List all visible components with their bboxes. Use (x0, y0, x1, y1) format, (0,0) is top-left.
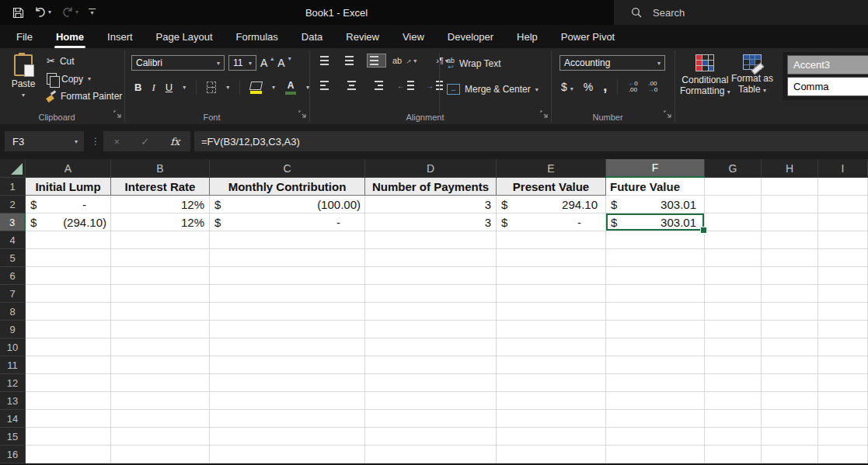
cell-F11[interactable] (606, 356, 705, 374)
cell-H3[interactable] (762, 213, 818, 231)
increase-indent-button[interactable]: → (426, 79, 448, 92)
cell-A1[interactable]: Initial Lump (26, 178, 111, 196)
cell-I12[interactable] (818, 374, 868, 392)
cell-G3[interactable] (705, 213, 762, 231)
col-header-C[interactable]: C (210, 159, 365, 178)
cell-I13[interactable] (818, 392, 868, 410)
cell-E12[interactable] (497, 374, 606, 392)
cell-I3[interactable] (818, 213, 868, 231)
cut-button[interactable]: ✂ Cut (47, 55, 122, 67)
align-right-button[interactable] (368, 79, 385, 92)
enter-button[interactable]: ✓ (141, 136, 149, 147)
cell-A16[interactable] (26, 446, 111, 463)
undo-button[interactable]: ▾ (34, 7, 51, 18)
cell-G13[interactable] (705, 392, 762, 410)
conditional-formatting-button[interactable]: ConditionalFormatting ▾ (680, 54, 730, 98)
orientation-button[interactable]: ab→▾ (392, 56, 417, 65)
tab-power-pivot[interactable]: Power Pivot (549, 25, 626, 48)
cell-D9[interactable] (365, 321, 497, 338)
cell-B3[interactable]: 12% (111, 213, 210, 231)
cell-C6[interactable] (210, 267, 365, 285)
cell-B16[interactable] (111, 446, 210, 463)
cell-C3[interactable]: $- (210, 213, 365, 231)
customize-qat-icon[interactable]: ▾ (89, 9, 96, 16)
cell-A14[interactable] (26, 410, 111, 428)
cell-C16[interactable] (210, 446, 365, 463)
font-dialog-launcher-icon[interactable] (298, 107, 306, 121)
row-header-12[interactable]: 12 (0, 374, 26, 392)
cell-F16[interactable] (606, 446, 705, 463)
cell-D4[interactable] (365, 231, 497, 249)
row-header-11[interactable]: 11 (0, 356, 26, 374)
cell-G2[interactable] (705, 196, 762, 213)
cell-A3[interactable]: $(294.10) (26, 213, 111, 231)
cell-C10[interactable] (210, 338, 365, 356)
format-as-table-button[interactable]: Format asTable ▾ (731, 54, 773, 96)
cell-D15[interactable] (365, 428, 497, 446)
cell-B7[interactable] (111, 285, 210, 303)
cell-F3[interactable]: $303.01 (606, 213, 705, 231)
cell-F12[interactable] (606, 374, 705, 392)
paste-dropdown-icon[interactable]: ▾ (22, 92, 25, 99)
tab-developer[interactable]: Developer (436, 25, 505, 48)
cell-C5[interactable] (210, 249, 365, 267)
cell-C13[interactable] (210, 392, 365, 410)
borders-icon[interactable] (207, 82, 216, 93)
font-color-dropdown-icon[interactable]: ▾ (306, 84, 309, 91)
cell-B12[interactable] (111, 374, 210, 392)
cell-H6[interactable] (762, 267, 818, 285)
borders-dropdown-icon[interactable]: ▾ (226, 84, 229, 91)
row-header-15[interactable]: 15 (0, 428, 26, 446)
cell-I8[interactable] (818, 303, 868, 321)
cell-G7[interactable] (705, 285, 762, 303)
cell-G5[interactable] (705, 249, 762, 267)
cell-G12[interactable] (705, 374, 762, 392)
redo-button[interactable]: ▾ (61, 7, 78, 18)
cell-E4[interactable] (497, 231, 606, 249)
cell-E16[interactable] (497, 446, 606, 463)
cell-G14[interactable] (705, 410, 762, 428)
cell-B9[interactable] (111, 321, 210, 338)
tab-view[interactable]: View (391, 25, 436, 48)
cell-F2[interactable]: $303.01 (606, 196, 705, 213)
row-header-4[interactable]: 4 (0, 231, 26, 249)
row-header-6[interactable]: 6 (0, 267, 26, 285)
cell-A2[interactable]: $- (26, 196, 111, 213)
undo-dropdown-icon[interactable]: ▾ (48, 9, 51, 16)
redo-dropdown-icon[interactable]: ▾ (75, 9, 78, 16)
cell-E14[interactable] (497, 410, 606, 428)
decrease-indent-button[interactable]: ← (397, 79, 419, 92)
tab-review[interactable]: Review (334, 25, 391, 48)
cell-F10[interactable] (606, 338, 705, 356)
tab-formulas[interactable]: Formulas (225, 25, 290, 48)
row-header-1[interactable]: 1 (0, 178, 26, 196)
cell-C2[interactable]: $(100.00) (210, 196, 365, 213)
cell-G11[interactable] (705, 356, 762, 374)
formula-input[interactable]: =FV(B3/12,D3,C3,A3) (194, 131, 868, 151)
cell-H11[interactable] (762, 356, 818, 374)
cell-I1[interactable] (818, 178, 868, 196)
number-format-select[interactable]: Accounting ▾ (559, 55, 665, 71)
cell-H1[interactable] (762, 178, 818, 196)
tab-home[interactable]: Home (44, 25, 96, 48)
percent-style-button[interactable]: % (584, 81, 593, 93)
cell-G8[interactable] (705, 303, 762, 321)
select-all-button[interactable] (0, 159, 26, 178)
font-color-button[interactable]: A (285, 80, 296, 95)
cell-D8[interactable] (365, 303, 497, 321)
cell-D7[interactable] (365, 285, 497, 303)
cell-E2[interactable]: $294.10 (497, 196, 606, 213)
cell-I14[interactable] (818, 410, 868, 428)
cell-H4[interactable] (762, 231, 818, 249)
cell-G6[interactable] (705, 267, 762, 285)
cell-F14[interactable] (606, 410, 705, 428)
cell-C12[interactable] (210, 374, 365, 392)
decrease-font-size-button[interactable]: A▾ (277, 57, 291, 69)
search-input[interactable]: Search (614, 0, 868, 25)
col-header-I[interactable]: I (818, 159, 868, 178)
tab-help[interactable]: Help (505, 25, 549, 48)
cell-B1[interactable]: Interest Rate (111, 178, 210, 196)
decrease-decimal-button[interactable]: .00→0 (648, 81, 657, 93)
increase-font-size-button[interactable]: A▴ (260, 57, 274, 69)
cell-F7[interactable] (606, 285, 705, 303)
